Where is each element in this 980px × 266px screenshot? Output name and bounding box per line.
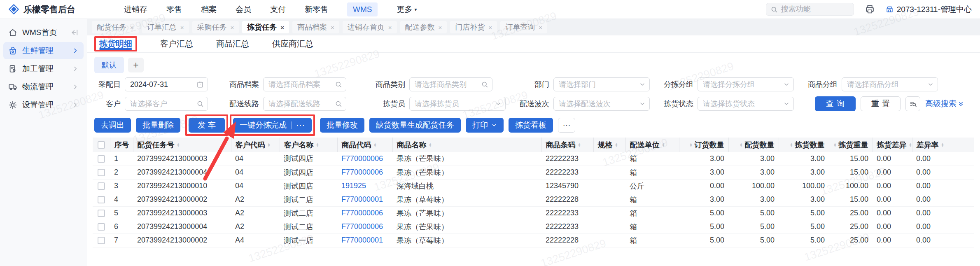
- filter-search-input[interactable]: 请选择商品档案: [263, 77, 346, 91]
- cell-prod_code[interactable]: F770000001: [337, 233, 392, 247]
- close-icon[interactable]: ×: [280, 24, 284, 31]
- open-tab-2[interactable]: 订单汇总×: [142, 21, 189, 33]
- action-button-4[interactable]: 一键分拣完成···: [233, 118, 312, 133]
- filter-select-input[interactable]: 请选择部门: [553, 77, 650, 91]
- sort-icon[interactable]: ▲▼: [661, 143, 665, 147]
- row-checkbox[interactable]: [98, 237, 105, 244]
- search-input[interactable]: [781, 5, 849, 14]
- close-icon[interactable]: ×: [488, 24, 492, 31]
- reset-button[interactable]: 重置: [861, 96, 901, 111]
- top-nav-item-4[interactable]: 会员: [236, 4, 251, 15]
- action-button-1[interactable]: 去调出: [94, 118, 131, 133]
- close-icon[interactable]: ×: [231, 24, 234, 31]
- filter-search-input[interactable]: 请选择商品类别: [409, 77, 492, 91]
- sort-icon[interactable]: ▲▼: [790, 143, 793, 147]
- open-tab-4[interactable]: 拣货任务×: [242, 21, 289, 33]
- subtab-2[interactable]: 客户汇总: [160, 35, 193, 52]
- open-tab-6[interactable]: 进销存首页×: [343, 21, 397, 33]
- global-search[interactable]: [766, 3, 854, 16]
- sidebar-item-2[interactable]: 生鲜管理: [3, 42, 84, 59]
- sidebar-item-1[interactable]: WMS首页: [3, 24, 84, 41]
- open-tab-1[interactable]: 配货任务×: [92, 21, 139, 33]
- action-button-7[interactable]: 打印: [466, 118, 504, 133]
- filter-search-input[interactable]: 请选择客户: [125, 97, 208, 111]
- top-nav-item-7[interactable]: WMS: [347, 2, 378, 16]
- row-checkbox[interactable]: [98, 196, 105, 203]
- cell-prod_code[interactable]: F770000006: [337, 220, 392, 233]
- sort-icon[interactable]: ▲▼: [428, 143, 432, 147]
- open-tab-3[interactable]: 采购任务×: [192, 21, 239, 33]
- close-icon[interactable]: ×: [539, 24, 542, 31]
- top-nav-item-5[interactable]: 支付: [270, 4, 286, 15]
- cell-prod_code[interactable]: 191925: [337, 179, 392, 193]
- row-checkbox[interactable]: [98, 169, 105, 176]
- topbar-right: 2073-12311-管理中心: [766, 3, 972, 16]
- cell-prod_code[interactable]: F770000006: [337, 152, 392, 166]
- sort-icon[interactable]: ▲▼: [940, 143, 944, 147]
- advanced-filter-icon-button[interactable]: [905, 96, 920, 111]
- sort-icon[interactable]: ▲▼: [614, 143, 618, 147]
- app-logo[interactable]: 乐檬零售后台: [8, 4, 75, 15]
- close-icon[interactable]: ×: [180, 24, 184, 31]
- top-nav-item-2[interactable]: 零售: [166, 4, 182, 15]
- filter-date-input[interactable]: 2024-07-31: [125, 77, 208, 91]
- filter-select-input[interactable]: 请选择配送波次: [553, 97, 650, 111]
- filter-value: 请选择拣货状态: [703, 99, 755, 109]
- sort-icon[interactable]: ▲▼: [740, 143, 743, 147]
- top-nav-item-8[interactable]: 更多▾: [397, 4, 417, 15]
- sort-icon[interactable]: ▲▼: [373, 143, 376, 147]
- action-button-6[interactable]: 缺货数量生成配货任务: [369, 118, 461, 133]
- filter-select-input[interactable]: 请选择分拣分组: [698, 77, 794, 91]
- sort-icon[interactable]: ▲▼: [267, 143, 270, 147]
- row-checkbox[interactable]: [98, 155, 105, 163]
- close-icon[interactable]: ×: [388, 24, 392, 31]
- sort-icon[interactable]: ▲▼: [176, 143, 180, 147]
- cell-prod_code[interactable]: F770000006: [337, 166, 392, 179]
- filter-select-input[interactable]: 请选择拣货状态: [698, 97, 794, 111]
- sort-icon[interactable]: ▲▼: [577, 143, 581, 147]
- more-actions-button[interactable]: ···: [558, 118, 575, 133]
- open-tab-9[interactable]: 订单查询×: [500, 21, 547, 33]
- action-button-3[interactable]: 发车: [189, 118, 225, 133]
- add-preset-button[interactable]: +: [128, 58, 144, 72]
- query-button[interactable]: 查询: [815, 96, 856, 111]
- top-nav-item-3[interactable]: 档案: [201, 4, 217, 15]
- cell-prod_code[interactable]: F770000006: [337, 206, 392, 220]
- sidebar-item-4[interactable]: 物流管理: [3, 78, 84, 96]
- top-nav-item-1[interactable]: 进销存: [124, 4, 147, 15]
- close-icon[interactable]: ×: [331, 24, 334, 31]
- row-checkbox[interactable]: [98, 210, 105, 217]
- preset-default-button[interactable]: 默认: [94, 57, 124, 73]
- filter-search-input[interactable]: 请选择配送线路: [263, 97, 346, 111]
- sort-icon[interactable]: ▲▼: [315, 143, 319, 147]
- advanced-search-link[interactable]: 高级搜索: [925, 98, 964, 109]
- open-tab-5[interactable]: 商品档案×: [292, 21, 339, 33]
- filter-select-input[interactable]: 请选择拣货员: [409, 97, 506, 111]
- printer-icon[interactable]: [865, 4, 875, 14]
- action-button-8[interactable]: 拣货看板: [509, 118, 553, 133]
- top-nav-item-6[interactable]: 新零售: [305, 4, 328, 15]
- sidebar-item-5[interactable]: 设置管理: [3, 96, 84, 114]
- filter-select-input[interactable]: 请选择商品分组: [842, 77, 938, 91]
- collapse-icon[interactable]: [70, 28, 79, 37]
- sort-icon[interactable]: ▲▼: [833, 143, 837, 147]
- ellipsis-icon[interactable]: ···: [296, 121, 305, 130]
- select-all-checkbox[interactable]: [98, 141, 105, 149]
- cell-prod_code[interactable]: F770000001: [337, 193, 392, 206]
- sort-icon[interactable]: ▲▼: [689, 143, 693, 147]
- cell-pick_weight: 100.00: [829, 179, 873, 193]
- sort-icon[interactable]: ▲▼: [908, 143, 912, 147]
- sidebar-item-3[interactable]: 加工管理: [3, 60, 84, 77]
- open-tab-7[interactable]: 配送参数×: [400, 21, 447, 33]
- subtab-1[interactable]: 拣货明细: [99, 38, 132, 50]
- row-checkbox[interactable]: [98, 182, 105, 190]
- close-icon[interactable]: ×: [439, 24, 442, 31]
- subtab-3[interactable]: 商品汇总: [216, 35, 249, 52]
- subtab-4[interactable]: 供应商汇总: [272, 35, 313, 52]
- open-tab-8[interactable]: 门店补货×: [450, 21, 497, 33]
- action-button-5[interactable]: 批量修改: [320, 118, 364, 133]
- row-checkbox[interactable]: [98, 223, 105, 231]
- action-button-2[interactable]: 批量删除: [136, 118, 180, 133]
- account-menu[interactable]: 2073-12311-管理中心: [886, 4, 972, 15]
- close-icon[interactable]: ×: [130, 24, 134, 31]
